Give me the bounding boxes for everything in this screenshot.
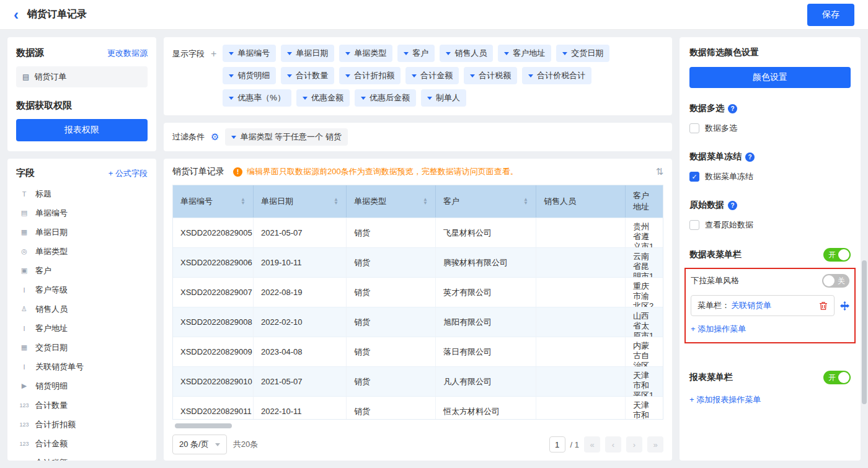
- column-header-doc-date[interactable]: 单据日期: [254, 185, 347, 218]
- add-operation-menu-link[interactable]: + 添加操作菜单: [691, 324, 746, 335]
- menu-item-value[interactable]: 关联销货单: [731, 300, 771, 311]
- chevron-down-icon: [231, 136, 236, 139]
- table-row[interactable]: XSDD20220829009 2023-04-08 销货 落日有限公司 内蒙古…: [173, 337, 663, 366]
- column-header-doc-type[interactable]: 单据类型: [347, 185, 436, 218]
- document-icon: ▤: [22, 73, 29, 81]
- raw-data-checkbox-row[interactable]: 查看原始数据: [689, 219, 851, 231]
- table-row[interactable]: XSDD20220829006 2019-10-11 销货 腾骏材料有限公司 云…: [173, 247, 663, 277]
- column-header-customer[interactable]: 客户: [436, 185, 536, 218]
- color-settings-button[interactable]: 颜色设置: [689, 67, 851, 88]
- table-row[interactable]: XSDD20220829011 2022-10-11 销货 恒太方材料公司 天津…: [173, 396, 663, 420]
- field-item-total-tax[interactable]: 123合计税额: [16, 453, 148, 461]
- display-field-chip[interactable]: 优惠金额: [296, 89, 350, 107]
- field-item-total-amount[interactable]: 123合计金额: [16, 434, 148, 453]
- sort-icon[interactable]: [241, 198, 246, 205]
- column-header-salesperson[interactable]: 销售人员: [536, 185, 626, 218]
- chevron-down-icon: [229, 52, 234, 55]
- display-field-chip[interactable]: 合计价税合计: [522, 67, 591, 84]
- display-field-chip[interactable]: 单据类型: [339, 45, 392, 62]
- column-header-customer-address[interactable]: 客户地址: [626, 185, 663, 218]
- table-row[interactable]: XSDD20220829007 2022-08-19 销货 英才有限公司 重庆市…: [173, 277, 663, 307]
- sort-icon[interactable]: [523, 198, 528, 205]
- trash-icon[interactable]: [819, 301, 828, 311]
- report-menu-toggle[interactable]: 开: [823, 371, 851, 384]
- page-size-select[interactable]: 20 条/页: [172, 435, 227, 454]
- display-field-chip[interactable]: 单据编号: [223, 45, 276, 62]
- chevron-down-icon: [215, 443, 220, 446]
- add-report-menu-link[interactable]: + 添加报表操作菜单: [689, 394, 761, 405]
- calendar-icon: ▦: [19, 228, 30, 236]
- current-page-box[interactable]: 1: [549, 436, 565, 453]
- raw-data-checkbox[interactable]: [689, 220, 699, 230]
- fields-title: 字段: [16, 167, 35, 179]
- field-item-related-order[interactable]: I关联销货单号: [16, 357, 148, 376]
- add-display-field-icon[interactable]: +: [211, 48, 216, 60]
- report-permission-button[interactable]: 报表权限: [16, 119, 148, 141]
- save-button[interactable]: 保存: [807, 4, 854, 26]
- display-field-chip[interactable]: 合计税额: [464, 67, 517, 84]
- display-field-chip[interactable]: 优惠率（%）: [223, 89, 291, 107]
- field-item-doc-date[interactable]: ▦单据日期: [16, 223, 148, 242]
- sort-icon[interactable]: [423, 198, 428, 205]
- display-field-chip[interactable]: 客户: [397, 45, 435, 62]
- raw-data-title: 原始数据: [689, 200, 851, 211]
- move-icon[interactable]: [840, 301, 849, 311]
- field-item-delivery-date[interactable]: ▦交货日期: [16, 338, 148, 357]
- table-menu-toggle[interactable]: 开: [823, 248, 851, 262]
- datasource-item[interactable]: ▤ 销货订单: [16, 66, 148, 87]
- help-icon[interactable]: [745, 152, 755, 162]
- menu-item-box[interactable]: 菜单栏： 关联销货单: [691, 295, 835, 316]
- sort-icon[interactable]: [334, 198, 339, 205]
- menu-freeze-checkbox-label: 数据菜单冻结: [705, 171, 753, 182]
- table-row[interactable]: XSDD20220829010 2021-05-07 销货 凡人有限公司 天津市…: [173, 366, 663, 396]
- vertical-scrollbar[interactable]: [862, 260, 867, 404]
- gear-icon[interactable]: ⚙: [211, 131, 219, 143]
- back-icon[interactable]: ‹: [14, 7, 19, 22]
- field-item-total-discount[interactable]: 123合计折扣额: [16, 415, 148, 434]
- pagination-prev-icon[interactable]: [605, 436, 621, 453]
- field-item-total-qty[interactable]: 123合计数量: [16, 395, 148, 415]
- display-field-chip[interactable]: 合计数量: [281, 67, 334, 84]
- field-item-customer-address[interactable]: I客户地址: [16, 319, 148, 338]
- column-header-doc-number[interactable]: 单据编号: [173, 185, 254, 218]
- horizontal-scrollbar-track: [172, 423, 663, 428]
- help-icon[interactable]: [728, 104, 737, 113]
- pagination-first-icon[interactable]: [584, 436, 600, 453]
- field-item-salesperson[interactable]: ♙销售人员: [16, 299, 148, 319]
- display-field-chip[interactable]: 客户地址: [498, 45, 551, 62]
- horizontal-scrollbar[interactable]: [175, 423, 232, 428]
- page-indicator: / 1: [570, 440, 579, 449]
- table-row[interactable]: XSDD20220829005 2021-05-07 销货 飞星材料公司 贵州省…: [173, 218, 663, 247]
- display-field-chip[interactable]: 优惠后金额: [355, 89, 416, 107]
- menu-item-row: 菜单栏： 关联销货单: [691, 295, 849, 316]
- field-item-customer[interactable]: ▣客户: [16, 261, 148, 280]
- display-field-chip[interactable]: 销售人员: [440, 45, 493, 62]
- display-field-chip[interactable]: 交货日期: [556, 45, 609, 62]
- menu-freeze-checkbox-row[interactable]: 数据菜单冻结: [689, 171, 851, 182]
- left-sidebar: 数据源 更改数据源 ▤ 销货订单 数据获取权限 报表权限 字段 + 公式字段 T…: [7, 37, 156, 461]
- display-field-chip[interactable]: 合计折扣额: [339, 67, 401, 84]
- pagination-last-icon[interactable]: [647, 436, 663, 453]
- multi-select-checkbox[interactable]: [689, 123, 699, 133]
- field-item-doc-number[interactable]: ▤单据编号: [16, 203, 148, 223]
- display-field-chip[interactable]: 销货明细: [223, 67, 276, 84]
- dropdown-style-toggle[interactable]: 关: [822, 274, 849, 288]
- display-field-chip[interactable]: 合计金额: [405, 67, 459, 84]
- field-item-customer-level[interactable]: I客户等级: [16, 280, 148, 299]
- pagination-next-icon[interactable]: [626, 436, 642, 453]
- display-field-chip[interactable]: 单据日期: [281, 45, 334, 62]
- add-formula-field-link[interactable]: + 公式字段: [108, 168, 148, 179]
- field-item-sales-detail[interactable]: ▶销货明细: [16, 376, 148, 395]
- sort-order-icon[interactable]: [655, 166, 663, 177]
- table-row[interactable]: XSDD20220829008 2022-02-10 销货 旭阳有限公司 山西省…: [173, 307, 663, 337]
- filter-card: 过滤条件 ⚙ 单据类型 等于任意一个 销货: [164, 123, 672, 151]
- multi-select-checkbox-row[interactable]: 数据多选: [689, 123, 851, 134]
- field-item-doc-type[interactable]: ◎单据类型: [16, 242, 148, 261]
- menu-freeze-checkbox[interactable]: [689, 172, 699, 182]
- help-icon[interactable]: [728, 201, 737, 210]
- change-datasource-link[interactable]: 更改数据源: [107, 48, 148, 59]
- field-item-title[interactable]: T标题: [16, 184, 148, 203]
- display-field-chip[interactable]: 制单人: [421, 89, 466, 107]
- filter-condition-chip[interactable]: 单据类型 等于任意一个 销货: [225, 128, 347, 146]
- multi-select-checkbox-label: 数据多选: [705, 123, 737, 134]
